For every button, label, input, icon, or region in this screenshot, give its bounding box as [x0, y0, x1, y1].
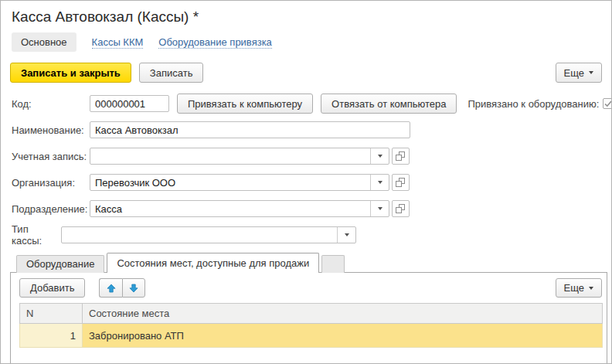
name-label: Наименование: [12, 124, 90, 136]
lower-tabs: Оборудование Состояния мест, доступные д… [16, 253, 611, 273]
department-label: Подразделение: [12, 203, 90, 215]
organization-combo [90, 174, 389, 191]
tab-kkm-cashboxes[interactable]: Кассы ККМ [92, 36, 144, 49]
cash-type-row: Тип кассы: [12, 226, 611, 243]
code-row: Код: Привязать к компьютеру Отвязать от … [12, 95, 611, 112]
code-label: Код: [12, 98, 90, 110]
unbind-from-computer-button[interactable]: Отвязать от компьютера [321, 94, 457, 114]
form-fields: Код: Привязать к компьютеру Отвязать от … [1, 95, 611, 243]
combo-arrow-icon [345, 233, 349, 236]
seat-states-panel: Добавить Еще [10, 272, 607, 364]
bound-to-equipment-label: Привязано к оборудованию: [468, 98, 599, 110]
more-button-label: Еще [564, 67, 584, 79]
move-down-button[interactable] [122, 278, 145, 298]
organization-input[interactable] [90, 175, 370, 190]
department-row: Подразделение: [12, 200, 611, 217]
organization-label: Организация: [12, 177, 90, 189]
account-open-button[interactable] [392, 148, 410, 165]
combo-arrow-icon [378, 207, 382, 210]
seat-states-table: N Состояние места 1 Забронировано АТП [19, 303, 603, 348]
organization-row: Организация: [12, 174, 611, 191]
grid-toolbar: Добавить Еще [11, 273, 607, 298]
page-title: Касса Автовокзал (Кассы) * [12, 9, 611, 26]
code-input[interactable] [90, 95, 169, 112]
arrow-down-icon [129, 284, 138, 293]
tab-main[interactable]: Основное [12, 32, 76, 52]
table-row[interactable]: 1 Забронировано АТП [20, 324, 603, 348]
name-row: Наименование: [12, 121, 611, 138]
combo-arrow-icon [378, 181, 382, 184]
bound-to-equipment-checkbox[interactable] [603, 98, 612, 109]
move-buttons [99, 278, 145, 298]
cash-type-input[interactable] [62, 227, 337, 243]
form-window: Касса Автовокзал (Кассы) * Основное Касс… [0, 0, 612, 364]
column-header-state[interactable]: Состояние места [83, 304, 603, 324]
account-input[interactable] [90, 148, 370, 164]
tab-equipment-binding[interactable]: Оборудование привязка [158, 36, 272, 49]
bind-to-computer-button[interactable]: Привязать к компьютеру [177, 94, 313, 114]
tab-seat-states[interactable]: Состояния мест, доступные для продажи [107, 253, 319, 273]
combo-arrow-icon [378, 155, 382, 158]
grid-more-label: Еще [564, 282, 584, 294]
command-bar: Записать и закрыть Записать Еще [10, 63, 602, 83]
department-input[interactable] [90, 201, 370, 216]
name-input[interactable] [90, 121, 410, 138]
organization-open-button[interactable] [392, 174, 410, 191]
dropdown-arrow-icon [589, 287, 593, 290]
cash-type-label: Тип кассы: [12, 223, 61, 247]
column-header-n[interactable]: N [20, 304, 83, 324]
account-dropdown-button[interactable] [370, 148, 389, 164]
tab-stub [321, 255, 345, 273]
add-button[interactable]: Добавить [19, 278, 85, 298]
account-combo [90, 148, 389, 165]
arrow-up-icon [107, 284, 116, 293]
organization-dropdown-button[interactable] [370, 175, 389, 190]
seat-state-cell[interactable]: Забронировано АТП [83, 324, 603, 348]
open-reference-icon [396, 151, 406, 162]
open-reference-icon [396, 178, 406, 188]
more-button[interactable]: Еще [556, 63, 602, 83]
account-row: Учетная запись: [12, 148, 611, 165]
save-button[interactable]: Записать [139, 63, 204, 83]
account-label: Учетная запись: [12, 151, 90, 162]
grid-more-button[interactable]: Еще [556, 278, 602, 298]
move-up-button[interactable] [99, 278, 122, 298]
open-reference-icon [396, 204, 406, 214]
department-open-button[interactable] [392, 200, 410, 217]
department-dropdown-button[interactable] [370, 201, 389, 216]
department-combo [90, 200, 389, 217]
checkmark-icon [604, 100, 612, 107]
nav-tabs: Основное Кассы ККМ Оборудование привязка [12, 32, 611, 52]
row-number-cell[interactable]: 1 [20, 324, 83, 348]
table-header-row: N Состояние места [20, 304, 603, 324]
cash-type-combo [61, 226, 356, 243]
cash-type-dropdown-button[interactable] [337, 227, 355, 243]
dropdown-arrow-icon [589, 71, 593, 74]
save-and-close-button[interactable]: Записать и закрыть [10, 63, 131, 83]
tab-equipment[interactable]: Оборудование [16, 255, 104, 273]
